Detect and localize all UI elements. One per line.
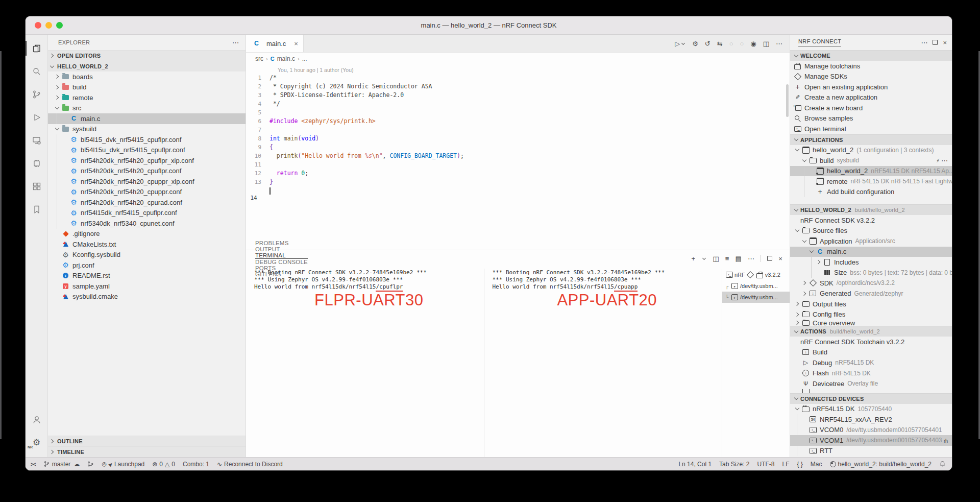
close-view-icon[interactable]: × — [943, 39, 947, 46]
device-row[interactable]: nRF54L15 DK 1057705440 — [790, 404, 952, 415]
welcome-item[interactable]: Manage SDKs — [790, 71, 952, 82]
tree-row[interactable]: nrf5340dk_nrf5340_cpunet.conf — [48, 218, 246, 229]
application-row[interactable]: hello_world_2 (1 configuration | 3 conte… — [790, 145, 952, 156]
more-actions-icon[interactable]: ⋯ — [921, 39, 927, 46]
problems-item[interactable]: ⊗0 △0 — [152, 461, 175, 468]
accounts-icon[interactable] — [26, 408, 48, 431]
cursor-position-item[interactable]: Ln 14, Col 1 — [678, 461, 712, 468]
project-row[interactable]: Core overview — [790, 320, 952, 326]
open-changes-icon[interactable]: ⇆ — [717, 40, 723, 47]
eol-item[interactable]: LF — [782, 461, 789, 468]
terminal-pane-flpr[interactable]: *** Booting nRF Connect SDK v3.2.2-74845… — [246, 267, 484, 457]
tree-row[interactable]: main.c — [48, 113, 246, 124]
device-row[interactable]: NRF54L15_xxAA_REV2 — [790, 414, 952, 425]
application-row[interactable]: Add build configuration — [790, 187, 952, 198]
explorer-activity-icon[interactable] — [26, 37, 48, 60]
project-row[interactable]: nRF Connect SDK v3.2.2 — [790, 215, 952, 226]
welcome-item[interactable]: Create a new board — [790, 103, 952, 113]
action-row[interactable]: Flash nRF54L15 DK — [790, 368, 952, 379]
tree-row[interactable]: nrf54h20dk_nrf54h20_cpuflpr_xip.conf — [48, 155, 246, 166]
project-row[interactable]: Source files — [790, 226, 952, 236]
manage-gear-icon[interactable]: ⚙NR — [26, 431, 48, 454]
project-row[interactable]: SDK /opt/nordic/ncs/v3.2.2 — [790, 278, 952, 289]
breadcrumb-folder[interactable]: src — [255, 55, 263, 62]
application-row[interactable]: build sysbuild — [790, 155, 952, 166]
action-row[interactable] — [790, 389, 952, 393]
action-row[interactable]: Devicetree Overlay file — [790, 378, 952, 389]
project-row[interactable]: Size bss: 0 bytes | text: 72 bytes | dat… — [790, 268, 952, 278]
more-actions-icon[interactable]: ⋯ — [776, 40, 782, 47]
remote-explorer-icon[interactable] — [26, 129, 48, 152]
tree-row[interactable]: CMakeLists.txt — [48, 239, 246, 250]
code-editor[interactable]: You, 1 hour ago | 1 author (You) 1 /* 2 … — [246, 65, 790, 250]
source-control-icon[interactable] — [26, 83, 48, 106]
remote-indicator[interactable] — [31, 461, 36, 468]
tree-row[interactable]: nrf54h20dk_nrf54h20_cpurad.conf — [48, 197, 246, 208]
welcome-item[interactable]: Browse samples — [790, 113, 952, 124]
welcome-item[interactable]: Manage toolchains — [790, 61, 952, 71]
maximize-view-icon[interactable] — [933, 40, 938, 45]
terminal-list-serial-row[interactable]: ┌ /dev/tty.usbm... — [722, 280, 790, 292]
explorer-more-actions-icon[interactable]: ⋯ — [232, 38, 239, 46]
welcome-section-header[interactable]: WELCOME — [790, 50, 952, 61]
row-action-icon[interactable] — [936, 157, 952, 164]
combo-item[interactable]: Combo: 1 — [183, 461, 209, 468]
tree-row[interactable]: sample.yaml — [48, 281, 246, 292]
run-view-icon[interactable]: ◉ — [750, 40, 756, 47]
previous-change-icon[interactable]: ○ — [729, 40, 733, 47]
tree-row[interactable]: src — [48, 103, 246, 114]
device-row[interactable]: RTT — [790, 446, 952, 457]
tree-row[interactable]: .gitignore — [48, 229, 246, 240]
nrf-connect-activity-icon[interactable] — [26, 152, 48, 175]
project-row[interactable]: Output files — [790, 299, 952, 309]
tab-main-c[interactable]: main.c × — [246, 35, 304, 52]
close-tab-icon[interactable]: × — [294, 40, 298, 47]
device-row[interactable]: VCOM0 /dev/tty.usbmodem0010577054401 — [790, 425, 952, 436]
terminal-pane-app[interactable]: *** Booting nRF Connect SDK v3.2.2-74845… — [484, 267, 722, 457]
terminal-dropdown-chevron-icon[interactable] — [701, 256, 706, 261]
gear-icon[interactable]: ⚙ — [692, 40, 698, 47]
application-row[interactable]: hello_world_2 nRF54L15 DK nRF54L15 Ap... — [790, 166, 952, 177]
new-terminal-icon[interactable]: + — [691, 255, 695, 262]
notifications-item[interactable] — [939, 461, 946, 467]
project-section-header[interactable]: HELLO_WORLD_2 build/hello_world_2 — [790, 204, 952, 215]
tree-row[interactable]: build — [48, 82, 246, 93]
history-icon[interactable]: ↺ — [705, 40, 710, 47]
breadcrumb[interactable]: src › C main.c › ... — [246, 53, 790, 65]
device-row[interactable]: VCOM1 /dev/tty.usbmodem0010577054403 — [790, 435, 952, 446]
project-row[interactable]: main.c — [790, 247, 952, 257]
tree-row[interactable]: sysbuild — [48, 124, 246, 135]
welcome-item[interactable]: Create a new application — [790, 92, 952, 103]
tree-row[interactable]: README.rst — [48, 271, 246, 281]
applications-section-header[interactable]: APPLICATIONS — [790, 134, 952, 145]
project-row[interactable]: Includes — [790, 257, 952, 268]
search-icon[interactable] — [26, 60, 48, 83]
save-icon[interactable]: ▤ — [736, 255, 742, 262]
extensions-icon[interactable] — [26, 175, 48, 198]
tree-row[interactable]: Kconfig.sysbuild — [48, 250, 246, 260]
tree-row[interactable]: nrf54h20dk_nrf54h20_cpuppr_xip.conf — [48, 176, 246, 187]
application-row[interactable]: remote nRF54L15 DK nRF54L15 Fast Lightwe… — [790, 176, 952, 187]
split-editor-icon[interactable]: ◫ — [763, 40, 769, 47]
next-change-icon[interactable]: ○ — [740, 40, 744, 47]
action-row[interactable]: Debug nRF54L15 DK — [790, 357, 952, 368]
language-mode-item[interactable]: { } — [797, 461, 803, 468]
encoding-item[interactable]: UTF-8 — [757, 461, 774, 468]
tree-row[interactable]: bl54l15u_dvk_nrf54l15_cpuflpr.conf — [48, 145, 246, 156]
split-terminal-icon[interactable]: ◫ — [713, 255, 719, 262]
panel-tab[interactable]: TERMINAL — [255, 252, 308, 259]
project-row[interactable]: Application Application/src — [790, 236, 952, 247]
tree-row[interactable]: nrf54h20dk_nrf54h20_cpuppr.conf — [48, 187, 246, 198]
maximize-panel-icon[interactable] — [767, 256, 772, 261]
project-section-header[interactable]: HELLO_WORLD_2 — [48, 61, 246, 71]
close-panel-icon[interactable]: × — [778, 255, 782, 262]
breadcrumb-symbol[interactable]: ... — [302, 55, 307, 62]
more-actions-icon[interactable]: ⋯ — [748, 255, 754, 262]
tree-row[interactable]: nrf54l15dk_nrf54l15_cpuflpr.conf — [48, 208, 246, 219]
welcome-item[interactable]: Open terminal — [790, 124, 952, 134]
bookmarks-icon[interactable] — [26, 198, 48, 221]
run-debug-button[interactable]: ▷ — [675, 40, 685, 47]
timeline-section[interactable]: TIMELINE — [48, 446, 246, 457]
connected-devices-section-header[interactable]: CONNECTED DEVICES — [790, 393, 952, 404]
project-row[interactable]: Config files — [790, 309, 952, 320]
